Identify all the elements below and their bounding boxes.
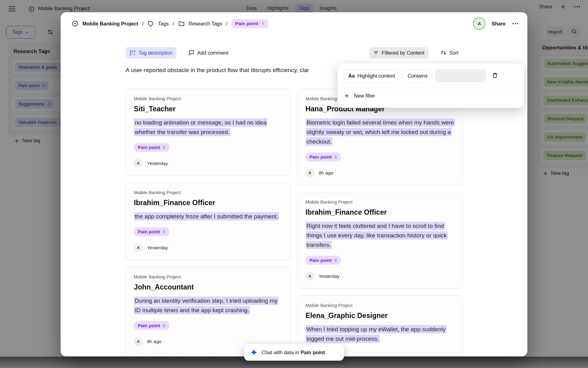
cards-column-left: Mobile Banking Project Siti_Teacher no l… [126, 89, 291, 356]
card-title: Siti_Teacher [134, 105, 283, 113]
cards-column-right: Mobile Banking Project Hana_Product Mana… [297, 89, 463, 356]
card-highlight-text: Biometric login failed several times whe… [306, 118, 454, 146]
avatar: A [134, 243, 143, 252]
card-title: Ibrahim_Finance Officer [134, 199, 283, 207]
card-title: Ibrahim_Finance Officer [306, 208, 454, 217]
card-timestamp: 8h ago [319, 170, 333, 176]
card-timestamp: Yesterday [147, 245, 168, 251]
card-tag-pill: Pain point6 [134, 321, 169, 330]
card-highlight-text: Right now it feels cluttered and I have … [306, 221, 454, 250]
card-timestamp: Yesterday [147, 161, 168, 166]
card-title: John_Accountant [134, 283, 283, 291]
card-highlight-text: no loading animation or message, so I ha… [134, 118, 283, 137]
avatar: A [306, 272, 315, 281]
highlight-card[interactable]: Mobile Banking Project Ibrahim_Finance O… [126, 182, 291, 260]
card-tag-pill: Pain point6 [134, 227, 169, 236]
filter-value-input[interactable] [435, 70, 486, 82]
card-project-label: Mobile Banking Project [306, 199, 352, 205]
description-icon [130, 50, 136, 56]
add-comment-button[interactable]: Add comment [184, 47, 232, 59]
sort-icon [440, 50, 447, 56]
trash-icon[interactable] [492, 72, 498, 79]
plus-icon [344, 93, 350, 99]
card-highlight-text: the app completely froze after I submitt… [134, 212, 283, 221]
avatar: A [134, 159, 143, 168]
aa-icon: Aa [348, 73, 355, 79]
modal-toolbar: Tag description Add comment Filtered by … [126, 46, 462, 59]
share-button[interactable]: Share [492, 21, 506, 27]
card-title: Elena_Graphic Designer [306, 312, 454, 320]
new-filter-label: New filter [354, 93, 375, 99]
card-project-label: Mobile Banking Project [134, 96, 181, 101]
card-timestamp: 8h ago [147, 339, 161, 344]
card-meta: A Yesterday [306, 272, 454, 281]
avatar[interactable]: A [474, 18, 485, 29]
chat-with-data-bar[interactable]: Chat with data in Pain point [244, 344, 344, 361]
filter-field-label: Highlight content [357, 73, 395, 79]
filtered-by-content-button[interactable]: Filtered by Content [369, 47, 428, 59]
filter-panel: Aa Highlight content Contains New filter [337, 63, 524, 108]
highlight-card[interactable]: Mobile Banking Project Siti_Teacher no l… [126, 89, 291, 176]
card-timestamp: Yesterday [319, 274, 340, 279]
card-tag-pill: Pain point6 [306, 256, 341, 265]
highlight-card[interactable]: Mobile Banking Project Ibrahim_Finance O… [297, 192, 463, 289]
card-project-label: Mobile Banking Project [134, 190, 181, 195]
sort-label: Sort [449, 50, 458, 56]
filtered-by-label: Filtered by Content [382, 50, 424, 56]
avatar: A [306, 168, 315, 177]
card-meta: A Yesterday [134, 243, 283, 252]
highlight-card[interactable]: Mobile Banking Project John_Accountant D… [126, 267, 291, 354]
tag-description-label: Tag description [138, 50, 172, 56]
sort-button[interactable]: Sort [436, 47, 462, 59]
card-meta: A Yesterday [134, 159, 283, 168]
divider [338, 88, 523, 88]
card-tag-pill: Pain point6 [306, 152, 341, 161]
chat-bar-text: Chat with data in Pain point [262, 350, 325, 355]
new-filter-button[interactable]: New filter [344, 93, 375, 99]
card-tag-pill: Pain point6 [134, 143, 169, 152]
highlight-cards-grid: Mobile Banking Project Siti_Teacher no l… [126, 89, 462, 356]
add-comment-label: Add comment [197, 50, 228, 56]
comment-icon [188, 50, 194, 56]
card-highlight-text: During an identity verification step, I … [134, 296, 283, 315]
filter-icon [373, 50, 379, 56]
card-highlight-text: When I tried topping up my eWallet, the … [306, 324, 454, 343]
card-project-label: Mobile Banking Project [306, 303, 352, 308]
card-meta: A 8h ago [306, 168, 454, 177]
filter-operator-selector[interactable]: Contains [403, 69, 432, 82]
filter-field-selector[interactable]: Aa Highlight content [343, 69, 400, 82]
tag-description-button[interactable]: Tag description [126, 47, 176, 59]
tag-description-text: A user-reported obstacle in the product … [126, 67, 309, 74]
project-icon [72, 20, 78, 27]
more-options-icon[interactable] [512, 23, 518, 24]
avatar: A [134, 337, 143, 346]
sparkle-icon [250, 349, 258, 356]
card-project-label: Mobile Banking Project [134, 274, 181, 279]
tag-detail-modal: Mobile Banking Project / Tags / Research… [61, 12, 527, 356]
